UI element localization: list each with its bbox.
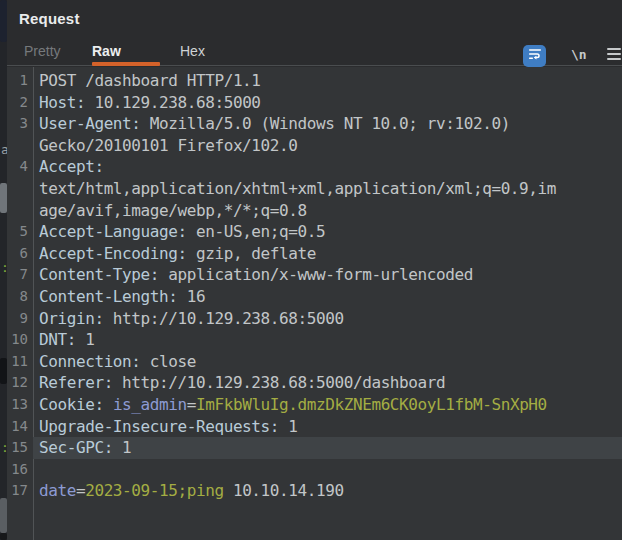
line-number: 15 [7,437,33,459]
line-number [7,178,33,200]
editor-row[interactable]: 12Referer: http://10.129.238.68:5000/das… [7,372,622,394]
editor-row[interactable]: 11Connection: close [7,351,622,373]
editor-row[interactable]: 1POST /dashboard HTTP/1.1 [7,70,622,92]
editor-row[interactable]: text/html,application/xhtml+xml,applicat… [7,178,622,200]
line-text[interactable]: Origin: http://10.129.238.68:5000 [33,308,622,330]
editor-row[interactable]: 4Accept: [7,156,622,178]
line-text[interactable]: Sec-GPC: 1 [33,437,622,459]
message-view-tabbar: Pretty Raw Hex \n [7,38,622,66]
line-number: 16 [7,459,33,481]
editor-row[interactable]: 3User-Agent: Mozilla/5.0 (Windows NT 10.… [7,113,622,135]
editor-row[interactable]: 7Content-Type: application/x-www-form-ur… [7,264,622,286]
editor-row[interactable]: 16 [7,459,622,481]
editor-row[interactable]: Gecko/20100101 Firefox/102.0 [7,135,622,157]
line-text[interactable]: Upgrade-Insecure-Requests: 1 [33,416,622,438]
line-number: 3 [7,113,33,135]
line-number [7,135,33,157]
line-text[interactable]: Content-Type: application/x-www-form-url… [33,264,622,286]
line-text[interactable]: Connection: close [33,351,622,373]
line-text[interactable]: User-Agent: Mozilla/5.0 (Windows NT 10.0… [33,113,622,135]
line-text[interactable]: DNT: 1 [33,329,622,351]
line-number: 7 [7,264,33,286]
panel-sliver-fragment [0,498,7,533]
panel-sliver-fragment [0,358,7,384]
word-wrap-toggle-button[interactable] [523,45,546,67]
panel-sliver-fragment [0,183,7,213]
line-number: 13 [7,394,33,416]
line-number: 10 [7,329,33,351]
tab-hex[interactable]: Hex [180,43,205,59]
editor-row[interactable]: 2Host: 10.129.238.68:5000 [7,92,622,114]
line-number: 6 [7,243,33,265]
line-number: 14 [7,416,33,438]
line-text[interactable]: POST /dashboard HTTP/1.1 [33,70,622,92]
editor-row[interactable]: 15Sec-GPC: 1 [7,437,622,459]
line-text[interactable]: Accept-Language: en-US,en;q=0.5 [33,221,622,243]
editor-row[interactable]: age/avif,image/webp,*/*;q=0.8 [7,200,622,222]
raw-request-editor[interactable]: 1POST /dashboard HTTP/1.12Host: 10.129.2… [7,67,622,540]
line-number: 9 [7,308,33,330]
line-text[interactable]: Cookie: is_admin=ImFkbWluIg.dmzDkZNEm6CK… [33,394,622,416]
line-number: 17 [7,480,33,502]
request-editor-panel: Request Pretty Raw Hex \ [7,0,622,540]
editor-row[interactable]: 10DNT: 1 [7,329,622,351]
editor-row[interactable]: 17date=2023-09-15;ping 10.10.14.190 [7,480,622,502]
hamburger-menu-icon[interactable] [607,48,621,60]
panel-title: Request [19,10,80,27]
line-number: 4 [7,156,33,178]
editor-rows: 1POST /dashboard HTTP/1.12Host: 10.129.2… [7,70,622,502]
line-text[interactable]: Accept-Encoding: gzip, deflate [33,243,622,265]
word-wrap-icon [527,46,543,66]
editor-row[interactable]: 5Accept-Language: en-US,en;q=0.5 [7,221,622,243]
adjacent-panel-sliver: a:: [0,0,7,540]
newline-display-button[interactable]: \n [571,47,587,62]
line-text[interactable]: Content-Length: 16 [33,286,622,308]
line-number: 12 [7,372,33,394]
editor-row[interactable]: 9Origin: http://10.129.238.68:5000 [7,308,622,330]
editor-row[interactable]: 13Cookie: is_admin=ImFkbWluIg.dmzDkZNEm6… [7,394,622,416]
line-number: 11 [7,351,33,373]
line-number: 2 [7,92,33,114]
editor-row[interactable]: 14Upgrade-Insecure-Requests: 1 [7,416,622,438]
line-text[interactable]: text/html,application/xhtml+xml,applicat… [33,178,622,200]
burp-request-panel: a:: Request Pretty Raw Hex [0,0,622,540]
tab-raw[interactable]: Raw [92,43,121,59]
panel-sliver-fragment [0,533,7,540]
panel-sliver-fragment [0,0,7,42]
line-text[interactable]: Referer: http://10.129.238.68:5000/dashb… [33,372,622,394]
line-text[interactable]: Gecko/20100101 Firefox/102.0 [33,135,622,157]
line-number: 8 [7,286,33,308]
editor-row[interactable]: 6Accept-Encoding: gzip, deflate [7,243,622,265]
line-text[interactable]: Host: 10.129.238.68:5000 [33,92,622,114]
line-text[interactable] [33,459,622,481]
line-text[interactable]: date=2023-09-15;ping 10.10.14.190 [33,480,622,502]
line-number: 1 [7,70,33,92]
line-number: 5 [7,221,33,243]
line-text[interactable]: Accept: [33,156,622,178]
editor-row[interactable]: 8Content-Length: 16 [7,286,622,308]
line-number [7,200,33,222]
line-text[interactable]: age/avif,image/webp,*/*;q=0.8 [33,200,622,222]
active-tab-underline [92,62,160,66]
tab-pretty[interactable]: Pretty [24,43,61,59]
